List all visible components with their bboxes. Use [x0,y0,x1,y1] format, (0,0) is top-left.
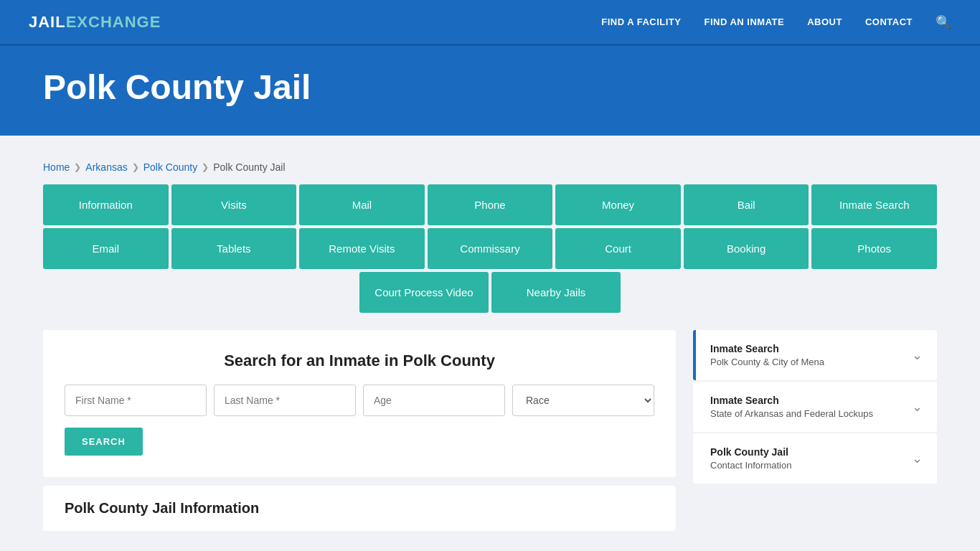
nav-buttons-row3: Court Process Video Nearby Jails [43,272,937,313]
sidebar-card-arkansas[interactable]: Inmate Search State of Arkansas and Fede… [693,382,937,432]
nav-links: FIND A FACILITY FIND AN INMATE ABOUT CON… [601,14,951,30]
nav-about[interactable]: ABOUT [807,17,842,27]
btn-phone[interactable]: Phone [428,184,553,225]
sidebar-card-polk-text: Inmate Search Polk County & City of Mena [710,343,824,367]
sidebar-card-contact-subtitle: Contact Information [710,460,791,471]
logo-exchange: EXCHANGE [66,13,161,32]
sidebar-card-arkansas-subtitle: State of Arkansas and Federal Lockups [710,408,873,419]
chevron-down-icon-polk: ⌄ [912,347,923,363]
sidebar: Inmate Search Polk County & City of Mena… [693,330,937,484]
content-area: Home ❯ Arkansas ❯ Polk County ❯ Polk Cou… [0,136,980,551]
search-icon-button[interactable]: 🔍 [936,14,951,30]
btn-nearby-jails[interactable]: Nearby Jails [491,272,621,313]
btn-photos[interactable]: Photos [811,228,937,269]
last-name-input[interactable] [214,385,356,416]
sidebar-card-contact-text: Polk County Jail Contact Information [710,446,791,471]
chevron-down-icon-arkansas: ⌄ [912,399,923,415]
hero-section: Polk County Jail [0,46,980,136]
main-layout: Search for an Inmate in Polk County Race… [43,330,937,531]
nav-buttons-row1: Information Visits Mail Phone Money Bail… [43,184,937,225]
btn-court-process-video[interactable]: Court Process Video [359,272,489,313]
sidebar-card-polk[interactable]: Inmate Search Polk County & City of Mena… [693,330,937,380]
breadcrumb-home[interactable]: Home [43,161,70,173]
breadcrumb-sep-2: ❯ [132,162,139,172]
btn-information[interactable]: Information [43,184,169,225]
breadcrumb-sep-1: ❯ [74,162,81,172]
nav-buttons-row2: Email Tablets Remote Visits Commissary C… [43,228,937,269]
nav-find-inmate[interactable]: FIND AN INMATE [704,17,784,27]
page-title: Polk County Jail [43,67,937,107]
breadcrumb-polk-county[interactable]: Polk County [143,161,197,173]
btn-court[interactable]: Court [555,228,681,269]
race-select[interactable]: Race White Black Hispanic Asian Other [512,385,654,416]
sidebar-card-contact[interactable]: Polk County Jail Contact Information ⌄ [693,433,937,484]
search-button[interactable]: SEARCH [65,428,143,456]
btn-mail[interactable]: Mail [299,184,425,225]
navbar: JAIL EXCHANGE FIND A FACILITY FIND AN IN… [0,0,980,46]
info-title: Polk County Jail Information [65,500,654,517]
age-input[interactable] [363,385,505,416]
btn-booking[interactable]: Booking [684,228,809,269]
btn-visits[interactable]: Visits [171,184,297,225]
nav-contact[interactable]: CONTACT [865,17,913,27]
nav-find-facility[interactable]: FIND A FACILITY [601,17,681,27]
btn-email[interactable]: Email [43,228,169,269]
sidebar-card-arkansas-text: Inmate Search State of Arkansas and Fede… [710,395,873,419]
btn-money[interactable]: Money [555,184,681,225]
search-form: Race White Black Hispanic Asian Other [65,385,654,416]
btn-bail[interactable]: Bail [684,184,809,225]
breadcrumb: Home ❯ Arkansas ❯ Polk County ❯ Polk Cou… [43,150,937,184]
btn-tablets[interactable]: Tablets [171,228,297,269]
sidebar-card-arkansas-title: Inmate Search [710,395,873,406]
info-section: Polk County Jail Information [43,486,676,531]
sidebar-card-contact-title: Polk County Jail [710,446,791,458]
breadcrumb-current: Polk County Jail [213,161,285,173]
breadcrumb-sep-3: ❯ [202,162,209,172]
btn-inmate-search[interactable]: Inmate Search [811,184,937,225]
btn-remote-visits[interactable]: Remote Visits [299,228,425,269]
btn-commissary[interactable]: Commissary [428,228,553,269]
chevron-down-icon-contact: ⌄ [912,451,923,466]
first-name-input[interactable] [65,385,207,416]
search-panel: Search for an Inmate in Polk County Race… [43,330,676,477]
logo-jail: JAIL [29,13,66,32]
sidebar-card-polk-title: Inmate Search [710,343,824,354]
sidebar-card-polk-subtitle: Polk County & City of Mena [710,357,824,367]
breadcrumb-arkansas[interactable]: Arkansas [85,161,127,173]
search-title: Search for an Inmate in Polk County [65,352,654,370]
site-logo[interactable]: JAIL EXCHANGE [29,13,161,32]
